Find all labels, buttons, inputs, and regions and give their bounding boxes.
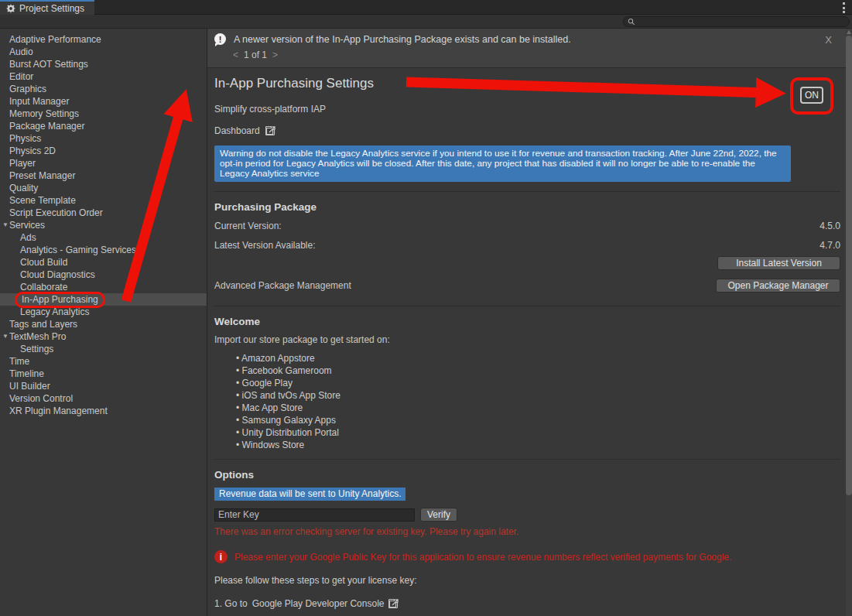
legacy-analytics-warning: Warning do not disable the Legacy Analyt… bbox=[214, 145, 791, 182]
sidebar-item-label: Analytics - Gaming Services bbox=[20, 245, 136, 255]
tab-project-settings[interactable]: Project Settings bbox=[0, 0, 94, 15]
vertical-scrollbar bbox=[846, 29, 852, 616]
notification-message: A newer version of the In-App Purchasing… bbox=[234, 34, 571, 45]
section-divider bbox=[214, 459, 840, 460]
welcome-intro: Import our store package to get started … bbox=[214, 334, 840, 345]
section-divider bbox=[214, 306, 840, 306]
sidebar-item-label: Editor bbox=[9, 71, 33, 82]
sidebar-item-label: Version Control bbox=[9, 393, 73, 404]
scrollbar-up-arrow-icon[interactable] bbox=[847, 30, 851, 34]
foldout-triangle-icon[interactable]: ▼ bbox=[2, 334, 9, 340]
pager-text: 1 of 1 bbox=[244, 50, 267, 60]
sidebar-item-physics-2d[interactable]: Physics 2D bbox=[0, 145, 207, 157]
sidebar-item-label: Collaborate bbox=[20, 282, 67, 293]
sidebar-item-services[interactable]: ▼Services bbox=[0, 219, 207, 231]
sidebar-item-label: TextMesh Pro bbox=[9, 331, 66, 342]
sidebar-item-analytics-gaming-services[interactable]: Analytics - Gaming Services bbox=[0, 244, 207, 256]
sidebar-item-label: Cloud Build bbox=[20, 257, 67, 268]
sidebar-item-ui-builder[interactable]: UI Builder bbox=[0, 380, 207, 392]
notification-close-button[interactable]: X bbox=[825, 34, 832, 46]
section-divider bbox=[214, 191, 840, 192]
pager-prev-button[interactable]: < bbox=[233, 50, 238, 60]
google-play-console-link[interactable]: Google Play Developer Console bbox=[252, 598, 400, 609]
sidebar-item-player[interactable]: Player bbox=[0, 157, 207, 169]
advanced-package-management-label: Advanced Package Management bbox=[214, 280, 351, 291]
sidebar-item-editor[interactable]: Editor bbox=[0, 70, 207, 83]
sidebar-item-memory-settings[interactable]: Memory Settings bbox=[0, 108, 207, 120]
store-list-item: Windows Store bbox=[236, 440, 840, 452]
sidebar-item-label: Memory Settings bbox=[9, 108, 79, 119]
main-content: In-App Purchasing Settings Simplify cros… bbox=[207, 68, 846, 616]
sidebar-item-label: Script Execution Order bbox=[9, 207, 103, 218]
sidebar-item-quality[interactable]: Quality bbox=[0, 182, 207, 194]
sidebar-item-textmesh-pro[interactable]: ▼TextMesh Pro bbox=[0, 330, 207, 343]
sidebar-item-label: Scene Template bbox=[9, 195, 76, 206]
sidebar-item-label: Player bbox=[9, 158, 36, 169]
sidebar-item-ads[interactable]: Ads bbox=[0, 231, 207, 244]
iap-on-toggle[interactable]: ON bbox=[800, 87, 823, 104]
verify-button[interactable]: Verify bbox=[420, 508, 457, 522]
sidebar-item-graphics[interactable]: Graphics bbox=[0, 83, 207, 95]
search-box[interactable] bbox=[623, 16, 850, 27]
sidebar-item-label: Legacy Analytics bbox=[20, 306, 89, 317]
sidebar-item-time[interactable]: Time bbox=[0, 355, 207, 368]
sidebar-item-legacy-analytics[interactable]: Legacy Analytics bbox=[0, 306, 207, 318]
tab-title: Project Settings bbox=[19, 3, 84, 14]
sidebar-item-label: Time bbox=[9, 356, 29, 367]
sidebar-item-physics[interactable]: Physics bbox=[0, 132, 207, 145]
open-package-manager-button[interactable]: Open Package Manager bbox=[716, 279, 840, 293]
search-input[interactable] bbox=[638, 17, 845, 26]
settings-sidebar: Adaptive PerformanceAudioBurst AOT Setti… bbox=[0, 29, 207, 616]
sidebar-item-package-manager[interactable]: Package Manager bbox=[0, 120, 207, 132]
purchasing-package-header: Purchasing Package bbox=[214, 201, 840, 213]
install-latest-version-button[interactable]: Install Latest Version bbox=[717, 256, 840, 270]
sidebar-item-adaptive-performance[interactable]: Adaptive Performance bbox=[0, 33, 207, 46]
sidebar-item-in-app-purchasing[interactable]: In-App Purchasing bbox=[0, 293, 207, 306]
sidebar-item-label: Tags and Layers bbox=[9, 319, 77, 330]
sidebar-item-tags-and-layers[interactable]: Tags and Layers bbox=[0, 318, 207, 330]
store-list-item: Mac App Store bbox=[236, 402, 840, 415]
sidebar-item-label: Ads bbox=[20, 232, 36, 243]
sidebar-item-cloud-diagnostics[interactable]: Cloud Diagnostics bbox=[0, 269, 207, 281]
sidebar-item-settings[interactable]: Settings bbox=[0, 343, 207, 355]
sidebar-item-version-control[interactable]: Version Control bbox=[0, 392, 207, 405]
page-title: In-App Purchasing Settings bbox=[214, 76, 840, 91]
sidebar-item-label: Graphics bbox=[9, 84, 46, 94]
scrollbar-thumb[interactable] bbox=[846, 36, 852, 495]
sidebar-item-label: Burst AOT Settings bbox=[9, 59, 88, 70]
sidebar-item-timeline[interactable]: Timeline bbox=[0, 368, 207, 380]
page-subtitle: Simplify cross-platform IAP bbox=[214, 104, 840, 115]
sidebar-item-audio[interactable]: Audio bbox=[0, 46, 207, 58]
sidebar-item-label: Cloud Diagnostics bbox=[20, 269, 95, 280]
steps-intro: Please follow these steps to get your li… bbox=[214, 575, 840, 586]
sidebar-item-script-execution-order[interactable]: Script Execution Order bbox=[0, 207, 207, 219]
main-panel: ! A newer version of the In-App Purchasi… bbox=[207, 29, 846, 616]
sidebar-list: Adaptive PerformanceAudioBurst AOT Setti… bbox=[0, 33, 207, 417]
info-icon: i bbox=[214, 550, 228, 563]
dashboard-link[interactable]: Dashboard bbox=[214, 125, 276, 136]
sidebar-item-xr-plugin-management[interactable]: XR Plugin Management bbox=[0, 405, 207, 417]
sidebar-item-scene-template[interactable]: Scene Template bbox=[0, 194, 207, 207]
dashboard-link-label: Dashboard bbox=[214, 125, 260, 136]
step-1-prefix: 1. Go to bbox=[214, 598, 248, 609]
sidebar-item-burst-aot-settings[interactable]: Burst AOT Settings bbox=[0, 58, 207, 70]
sidebar-item-label: Physics 2D bbox=[9, 145, 56, 156]
google-public-key-input[interactable] bbox=[214, 508, 415, 522]
pager-next-button[interactable]: > bbox=[272, 50, 278, 60]
kebab-menu-icon[interactable] bbox=[840, 2, 847, 13]
sidebar-item-preset-manager[interactable]: Preset Manager bbox=[0, 169, 207, 182]
sidebar-item-input-manager[interactable]: Input Manager bbox=[0, 95, 207, 108]
sidebar-item-label: Adaptive Performance bbox=[9, 34, 101, 45]
sidebar-item-label: Services bbox=[9, 220, 45, 231]
external-link-icon bbox=[265, 125, 276, 136]
google-key-warning-text: Please enter your Google Public Key for … bbox=[234, 552, 731, 563]
welcome-section: Welcome Import our store package to get … bbox=[214, 316, 840, 452]
foldout-triangle-icon[interactable]: ▼ bbox=[2, 222, 9, 228]
project-settings-window: Project Settings Adaptive PerformanceAud… bbox=[0, 0, 852, 616]
step-1: 1. Go to Google Play Developer Console bbox=[214, 598, 840, 609]
sidebar-item-label: Audio bbox=[9, 46, 33, 57]
options-section: Options Revenue data will be sent to Uni… bbox=[214, 469, 840, 616]
sidebar-item-label: Quality bbox=[9, 183, 38, 193]
sidebar-item-cloud-build[interactable]: Cloud Build bbox=[0, 256, 207, 269]
sidebar-item-label: UI Builder bbox=[9, 381, 50, 392]
